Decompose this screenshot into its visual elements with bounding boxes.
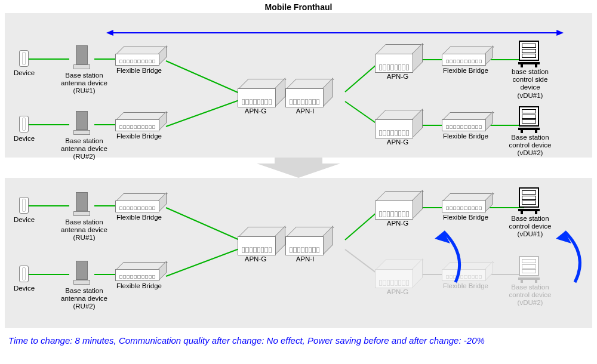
antenna-icon (73, 111, 89, 135)
device-label: Device (11, 216, 38, 224)
antenna-icon (73, 45, 89, 69)
svg-line-21 (166, 208, 241, 240)
device-label: Device (11, 285, 38, 292)
switch-icon: Flexible Bridge (442, 193, 492, 211)
switch-icon: Flexible Bridge (442, 112, 492, 130)
router-icon (238, 79, 284, 106)
svg-line-8 (166, 100, 241, 127)
phone-icon (19, 266, 29, 282)
panel-before: Device Device Base station antenna devic… (5, 13, 592, 158)
transition-arrow-icon (0, 156, 597, 177)
apn-g-label: APN-G (241, 255, 270, 263)
antenna-icon (73, 192, 89, 216)
switch-icon: Flexible Bridge (442, 47, 492, 64)
router-icon (375, 110, 421, 137)
fbridge-label: Flexible Bridge (114, 132, 164, 140)
apn-g-label-faded: APN-G (383, 288, 413, 296)
fbridge-label: Flexible Bridge (441, 67, 491, 75)
apn-g-label: APN-G (241, 107, 270, 115)
apn-g-label: APN-G (383, 220, 413, 227)
apn-i-label: APN-I (290, 107, 320, 115)
result-caption: Time to change: 8 minutes, Communication… (0, 329, 597, 351)
phone-icon (19, 116, 29, 132)
svg-line-22 (166, 248, 241, 276)
server-icon-faded (518, 256, 540, 283)
apn-g-label: APN-G (383, 73, 413, 81)
vdu1-label: base station control side device (vDU#1) (503, 68, 558, 100)
panel-after: Device Device Base station antenna devic… (5, 178, 592, 328)
fbridge-label: Flexible Bridge (114, 282, 164, 290)
switch-icon: Flexible Bridge (115, 47, 165, 64)
switch-icon: Flexible Bridge (115, 112, 165, 130)
server-icon (518, 187, 540, 214)
device-label: Device (11, 135, 38, 143)
apn-i-label: APN-I (290, 255, 320, 263)
antenna-icon (73, 261, 89, 285)
svg-marker-16 (257, 158, 340, 178)
svg-line-7 (166, 61, 241, 94)
ru1-label: Base station antenna device (RU#1) (59, 218, 110, 242)
router-icon (238, 227, 284, 254)
diagram-title: Mobile Fronthaul (0, 0, 597, 12)
router-icon (375, 44, 421, 72)
phone-icon (19, 197, 29, 214)
phone-icon (19, 50, 29, 67)
switch-icon: Flexible Bridge (115, 193, 165, 211)
ru2-label: Base station antenna device (RU#2) (59, 287, 110, 311)
device-label: Device (11, 69, 38, 77)
switch-icon: Flexible Bridge (115, 262, 165, 280)
fbridge-label: Flexible Bridge (114, 67, 164, 75)
migrate-arrow-icon (411, 214, 470, 291)
server-icon (518, 41, 540, 67)
router-icon (285, 227, 332, 254)
apn-g-label: APN-G (383, 138, 413, 146)
router-icon (285, 79, 332, 106)
migrate-arrow-icon (542, 214, 596, 291)
server-icon (518, 106, 540, 133)
fbridge-label: Flexible Bridge (114, 214, 164, 221)
fbridge-label: Flexible Bridge (441, 132, 491, 140)
vdu2-label: Base station control device (vDU#2) (503, 134, 558, 158)
ru1-label: Base station antenna device (RU#1) (59, 72, 110, 95)
